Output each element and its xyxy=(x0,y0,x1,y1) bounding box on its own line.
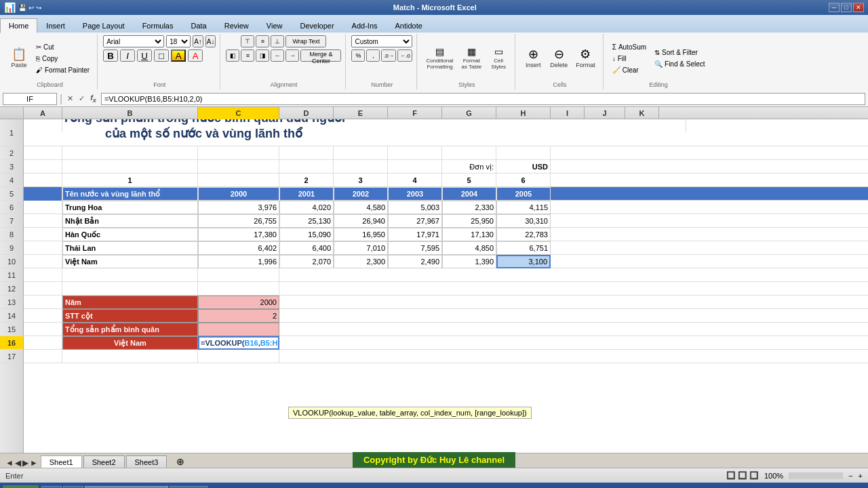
formula-input[interactable] xyxy=(101,93,865,105)
align-center-button[interactable]: ≡ xyxy=(241,49,254,62)
tab-developer[interactable]: Developer xyxy=(291,18,342,33)
sheet-nav-left2[interactable]: ◀ xyxy=(15,458,21,468)
row-num-5[interactable]: 5 xyxy=(0,187,23,201)
cell-c4[interactable] xyxy=(198,174,279,187)
cell-f3[interactable] xyxy=(388,160,442,174)
insert-function-icon[interactable]: fx xyxy=(88,93,98,104)
start-button[interactable]: ⊞ Start xyxy=(3,485,39,488)
bold-button[interactable]: B xyxy=(103,49,118,62)
italic-button[interactable]: I xyxy=(120,49,135,62)
cell-a15[interactable] xyxy=(24,323,62,336)
comma-button[interactable]: , xyxy=(366,49,380,62)
sheet-tab-2[interactable]: Sheet2 xyxy=(83,455,125,468)
autosum-button[interactable]: Σ AutoSum xyxy=(609,42,650,52)
col-header-j[interactable]: J xyxy=(585,107,625,119)
col-header-e[interactable]: E xyxy=(334,107,388,119)
conditional-formatting-button[interactable]: ▤ ConditionalFormatting xyxy=(422,45,456,72)
row-num-8[interactable]: 8 xyxy=(0,228,23,241)
col-header-h[interactable]: H xyxy=(496,107,551,119)
cell-b11[interactable] xyxy=(62,268,198,282)
merge-center-button[interactable]: Merge & Center xyxy=(300,49,341,62)
align-left-button[interactable]: ◧ xyxy=(226,49,239,62)
font-grow-button[interactable]: A↑ xyxy=(193,35,203,47)
delete-button[interactable]: ⊖ Delete xyxy=(547,46,571,70)
tab-antidote[interactable]: Antidote xyxy=(387,18,431,33)
cell-a1[interactable] xyxy=(24,119,62,133)
row-num-9[interactable]: 9 xyxy=(0,241,23,255)
col-header-b[interactable]: B xyxy=(62,107,198,119)
sheet-tab-3[interactable]: Sheet3 xyxy=(126,455,167,468)
cell-a12[interactable] xyxy=(24,282,62,296)
clear-button[interactable]: 🧹 Clear xyxy=(609,65,650,75)
find-select-button[interactable]: 🔍 Find & Select xyxy=(651,59,708,69)
row-num-4[interactable]: 4 xyxy=(0,174,23,187)
sort-filter-button[interactable]: ⇅ Sort & Filter xyxy=(651,47,708,58)
col-header-f[interactable]: F xyxy=(388,107,442,119)
quick-access[interactable]: 💾 ↩ ↪ xyxy=(18,4,41,12)
wrap-text-button[interactable]: Wrap Text xyxy=(285,35,326,47)
sheet-nav-right[interactable]: ► xyxy=(30,458,38,468)
maximize-button[interactable]: □ xyxy=(841,3,852,12)
row-num-6[interactable]: 6 xyxy=(0,201,23,214)
row-num-10[interactable]: 10 xyxy=(0,255,23,268)
fill-color-button[interactable]: A xyxy=(171,49,186,62)
zoom-out-icon[interactable]: − xyxy=(848,472,852,480)
number-format-select[interactable]: Custom xyxy=(351,35,412,47)
format-painter-button[interactable]: 🖌 Format Painter xyxy=(33,65,93,75)
cell-styles-button[interactable]: ▭ CellStyles xyxy=(486,45,511,72)
decrease-decimal-button[interactable]: ←.0 xyxy=(397,49,412,62)
zoom-in-icon[interactable]: + xyxy=(859,472,863,480)
increase-indent-button[interactable]: → xyxy=(285,49,299,62)
underline-button[interactable]: U xyxy=(137,49,152,62)
tab-insert[interactable]: Insert xyxy=(37,18,74,33)
cell-a10[interactable] xyxy=(24,255,62,268)
row-num-13[interactable]: 13 xyxy=(0,296,23,309)
close-button[interactable]: ✕ xyxy=(853,3,864,12)
cell-c17[interactable] xyxy=(198,350,279,363)
cell-h2[interactable] xyxy=(496,146,551,160)
col-header-g[interactable]: G xyxy=(442,107,496,119)
cell-a3[interactable] xyxy=(24,160,62,174)
tab-data[interactable]: Data xyxy=(182,18,215,33)
sheet-tab-1[interactable]: Sheet1 xyxy=(41,455,82,468)
copy-button[interactable]: ⎘ Copy xyxy=(33,54,93,64)
new-sheet-tab[interactable]: ⊕ xyxy=(168,455,193,468)
cell-c12[interactable] xyxy=(198,282,279,296)
cell-a14[interactable] xyxy=(24,309,62,323)
cell-d3[interactable] xyxy=(279,160,334,174)
decrease-indent-button[interactable]: ← xyxy=(271,49,284,62)
row-num-3[interactable]: 3 xyxy=(0,160,23,174)
col-header-k[interactable]: K xyxy=(625,107,659,119)
align-top-button[interactable]: ⊤ xyxy=(241,35,254,47)
zoom-slider[interactable] xyxy=(789,472,843,479)
cell-b17[interactable] xyxy=(62,350,198,363)
row-num-17[interactable]: 17 xyxy=(0,350,23,363)
cell-a6[interactable] xyxy=(24,201,62,214)
border-button[interactable]: □ xyxy=(154,49,169,62)
insert-button[interactable]: ⊕ Insert xyxy=(521,46,545,70)
cell-c2[interactable] xyxy=(198,146,279,160)
minimize-button[interactable]: ─ xyxy=(829,3,840,12)
row-num-7[interactable]: 7 xyxy=(0,214,23,228)
tab-review[interactable]: Review xyxy=(216,18,258,33)
tab-page-layout[interactable]: Page Layout xyxy=(74,18,134,33)
cell-a7[interactable] xyxy=(24,214,62,228)
row-num-16[interactable]: 16 xyxy=(0,336,23,350)
font-color-button[interactable]: A xyxy=(188,49,203,62)
col-header-i[interactable]: I xyxy=(551,107,585,119)
cell-c11[interactable] xyxy=(198,268,279,282)
fill-button[interactable]: ↓ Fill xyxy=(609,54,650,64)
font-shrink-button[interactable]: A↓ xyxy=(205,35,216,47)
cell-a11[interactable] xyxy=(24,268,62,282)
name-box[interactable] xyxy=(3,93,57,105)
font-size-select[interactable]: 18 xyxy=(166,35,191,47)
col-header-a[interactable]: A xyxy=(24,107,62,119)
sheet-nav-right2[interactable]: ▶ xyxy=(22,458,28,468)
increase-decimal-button[interactable]: .0→ xyxy=(381,49,396,62)
cancel-formula-icon[interactable]: ✕ xyxy=(65,94,75,104)
cell-a16[interactable] xyxy=(24,336,62,350)
cell-b3[interactable] xyxy=(62,160,198,174)
cell-c3[interactable] xyxy=(198,160,279,174)
align-bottom-button[interactable]: ⊥ xyxy=(271,35,284,47)
tab-add-ins[interactable]: Add-Ins xyxy=(343,18,387,33)
